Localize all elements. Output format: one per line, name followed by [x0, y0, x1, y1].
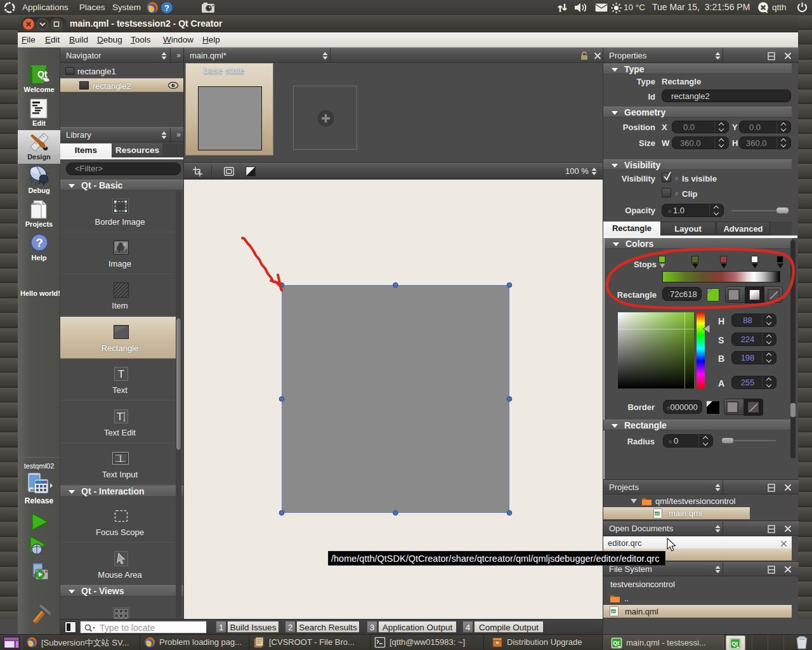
svg-text:?: ? — [164, 3, 169, 13]
svg-text:T: T — [118, 368, 124, 380]
svg-text:qml: qml — [655, 512, 659, 515]
svg-text:Qt: Qt — [731, 640, 738, 647]
svg-text:T: T — [117, 411, 123, 423]
svg-text:qml: qml — [611, 610, 615, 613]
svg-text:Qt: Qt — [613, 640, 619, 646]
svg-text:?: ? — [36, 236, 43, 249]
